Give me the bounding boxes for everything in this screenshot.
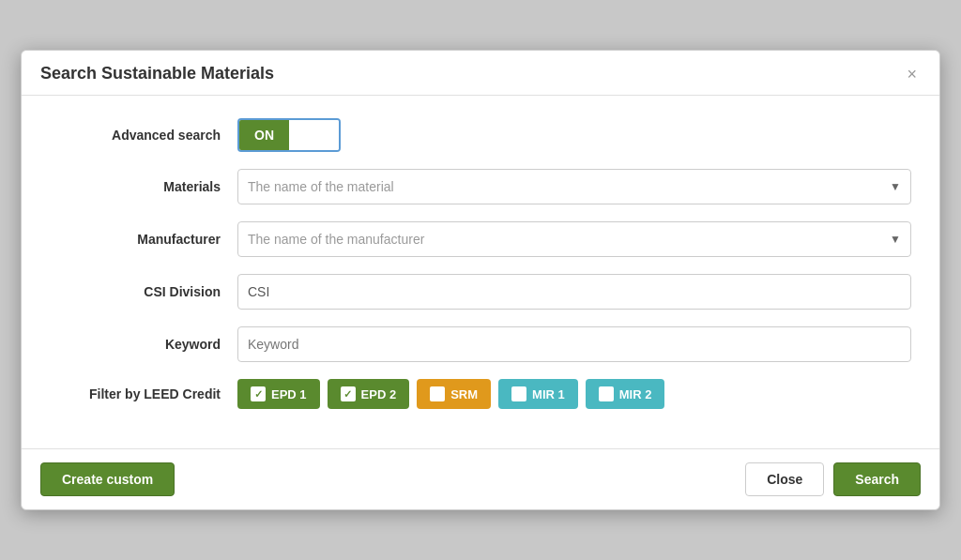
keyword-input[interactable] xyxy=(237,326,911,362)
advanced-search-control: ON xyxy=(237,118,911,152)
mir2-checkbox xyxy=(599,386,614,401)
keyword-row: Keyword xyxy=(50,326,911,362)
epd1-checkbox: ✓ xyxy=(251,386,266,401)
leed-mir2-button[interactable]: MIR 2 xyxy=(586,379,665,409)
leed-epd1-button[interactable]: ✓ EPD 1 xyxy=(237,379,320,409)
manufacturer-label: Manufacturer xyxy=(50,232,237,247)
search-dialog: Search Sustainable Materials × Advanced … xyxy=(21,50,940,510)
leed-filters: ✓ EPD 1 ✓ EPD 2 SRM xyxy=(237,379,911,409)
epd2-checkbox: ✓ xyxy=(341,386,356,401)
materials-arrow-icon: ▼ xyxy=(890,180,901,193)
materials-placeholder: The name of the material xyxy=(248,179,394,194)
csi-division-label: CSI Division xyxy=(50,284,237,299)
footer-right-actions: Close Search xyxy=(745,462,921,496)
leed-credit-row: Filter by LEED Credit ✓ EPD 1 ✓ EPD 2 xyxy=(50,379,911,409)
manufacturer-row: Manufacturer The name of the manufacture… xyxy=(50,221,911,257)
leed-epd2-button[interactable]: ✓ EPD 2 xyxy=(328,379,410,409)
advanced-search-row: Advanced search ON xyxy=(50,118,911,152)
epd2-checkmark: ✓ xyxy=(343,388,352,401)
leed-mir1-button[interactable]: MIR 1 xyxy=(498,379,578,409)
mir1-label: MIR 1 xyxy=(532,387,565,401)
toggle-on-segment[interactable]: ON xyxy=(239,120,289,150)
csi-division-input[interactable] xyxy=(237,274,911,310)
manufacturer-control: The name of the manufacturer ▼ xyxy=(237,221,911,257)
manufacturer-arrow-icon: ▼ xyxy=(890,233,901,246)
leed-credit-label: Filter by LEED Credit xyxy=(50,386,237,401)
search-button[interactable]: Search xyxy=(833,462,921,496)
toggle-off-segment[interactable] xyxy=(289,120,339,150)
create-custom-button[interactable]: Create custom xyxy=(40,462,175,496)
manufacturer-placeholder: The name of the manufacturer xyxy=(248,232,424,247)
manufacturer-dropdown[interactable]: The name of the manufacturer ▼ xyxy=(237,221,911,257)
materials-row: Materials The name of the material ▼ xyxy=(50,169,911,204)
advanced-search-label: Advanced search xyxy=(50,128,237,143)
dialog-header: Search Sustainable Materials × xyxy=(22,51,939,96)
csi-division-control xyxy=(237,274,911,310)
epd1-checkmark: ✓ xyxy=(254,388,263,401)
close-button[interactable]: Close xyxy=(745,462,824,496)
materials-label: Materials xyxy=(50,179,237,194)
dialog-body: Advanced search ON Materials The name of… xyxy=(22,96,939,448)
keyword-control xyxy=(237,326,911,362)
dialog-footer: Create custom Close Search xyxy=(22,448,939,509)
advanced-search-toggle[interactable]: ON xyxy=(237,118,341,152)
epd2-label: EPD 2 xyxy=(361,387,397,401)
materials-dropdown[interactable]: The name of the material ▼ xyxy=(237,169,911,204)
srm-checkbox xyxy=(430,386,445,401)
dialog-title: Search Sustainable Materials xyxy=(40,64,274,83)
materials-control: The name of the material ▼ xyxy=(237,169,911,204)
mir2-label: MIR 2 xyxy=(619,387,652,401)
srm-label: SRM xyxy=(450,387,478,401)
csi-division-row: CSI Division xyxy=(50,274,911,310)
keyword-label: Keyword xyxy=(50,337,237,352)
epd1-label: EPD 1 xyxy=(271,387,307,401)
leed-srm-button[interactable]: SRM xyxy=(417,379,491,409)
mir1-checkbox xyxy=(511,386,526,401)
close-x-button[interactable]: × xyxy=(903,66,921,83)
